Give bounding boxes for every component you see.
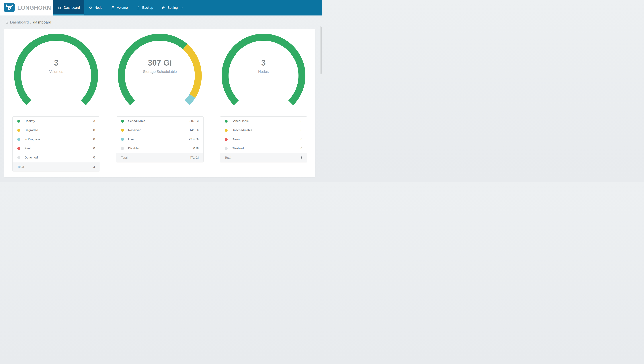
- used-status-dot: [121, 138, 124, 141]
- storage-gauge: 307 Gi Storage Schedulable: [114, 30, 205, 108]
- nav-tab-node[interactable]: Node: [84, 0, 106, 16]
- legend-label: Degraded: [24, 128, 38, 132]
- vertical-scrollbar-thumb[interactable]: [320, 26, 322, 74]
- legend-row-fault: Fault 0: [12, 144, 100, 153]
- volumes-legend-table: Healthy 3 Degraded 0 In Progress 0 Fault…: [12, 116, 100, 172]
- total-value: 3: [93, 165, 95, 169]
- nodes-gauge-arc: [218, 30, 309, 108]
- legend-total-row: Total 3: [12, 162, 100, 171]
- unschedulable-status-dot: [225, 129, 228, 132]
- volumes-gauge-arc: [10, 30, 102, 108]
- dashboard-card: 3 Volumes Healthy 3 Degraded 0 In Progre…: [4, 29, 315, 178]
- breadcrumb-section-link[interactable]: Dashboard: [10, 20, 29, 24]
- nav-tab-dashboard[interactable]: Dashboard: [53, 0, 84, 16]
- legend-row-disabled: Disabled 0 Bi: [116, 144, 203, 153]
- legend-row-disabled: Disabled 0: [220, 144, 307, 153]
- detached-status-dot: [17, 156, 20, 159]
- legend-label: Schedulable: [128, 119, 145, 123]
- legend-label: Detached: [24, 156, 38, 160]
- legend-label: Unschedulable: [232, 128, 252, 132]
- legend-value: 0: [93, 138, 95, 141]
- legend-label: Schedulable: [232, 119, 249, 123]
- longhorn-dashboard-page: { "brand": { "name": "LONGHORN" }, "nav"…: [0, 0, 322, 182]
- nav-tab-label: Volume: [117, 6, 128, 10]
- brand-name: LONGHORN: [17, 4, 51, 11]
- nodes-gauge: 3 Nodes: [218, 30, 309, 108]
- storage-legend-table: Schedulable 307 Gi Reserved 141 Gi Used …: [116, 116, 204, 162]
- nav-tab-backup[interactable]: Backup: [132, 0, 157, 16]
- healthy-status-dot: [17, 120, 20, 122]
- legend-row-used: Used 22.4 Gi: [116, 135, 203, 144]
- legend-value: 0: [300, 147, 302, 150]
- storage-gauge-arc: [114, 30, 205, 108]
- dashboard-icon: [58, 6, 62, 10]
- legend-value: 0: [93, 156, 95, 160]
- total-label: Total: [225, 156, 231, 160]
- legend-value: 3: [93, 119, 95, 123]
- legend-row-healthy: Healthy 3: [12, 116, 100, 126]
- breadcrumb: Dashboard / dashboard: [0, 16, 322, 29]
- legend-label: Disabled: [232, 147, 244, 150]
- legend-row-in-progress: In Progress 0: [12, 135, 100, 144]
- legend-label: Fault: [24, 147, 31, 150]
- backup-icon: [136, 6, 140, 10]
- nav-tab-setting[interactable]: Setting: [157, 0, 187, 16]
- legend-label: Used: [128, 138, 136, 141]
- nav-tab-volume[interactable]: Volume: [106, 0, 132, 16]
- storage-column: 307 Gi Storage Schedulable Schedulable 3…: [108, 29, 212, 178]
- nav-tab-label: Setting: [168, 6, 178, 10]
- schedulable-status-dot: [121, 120, 124, 122]
- nav-tab-label: Backup: [142, 6, 153, 10]
- fault-status-dot: [17, 147, 20, 150]
- legend-row-unschedulable: Unschedulable 0: [220, 126, 307, 135]
- legend-row-reserved: Reserved 141 Gi: [116, 126, 203, 135]
- legend-label: Reserved: [128, 128, 142, 132]
- legend-label: In Progress: [24, 138, 40, 141]
- degraded-status-dot: [17, 129, 20, 132]
- total-label: Total: [17, 165, 24, 169]
- volumes-gauge: 3 Volumes: [10, 30, 102, 108]
- legend-value: 3: [300, 119, 302, 123]
- setting-icon: [162, 6, 166, 10]
- legend-label: Healthy: [24, 119, 35, 123]
- longhorn-logo-icon: [4, 3, 14, 13]
- legend-total-row: Total 471 Gi: [116, 153, 203, 162]
- legend-row-schedulable: Schedulable 307 Gi: [116, 116, 203, 126]
- nodes-column: 3 Nodes Schedulable 3 Unschedulable 0 Do…: [212, 29, 315, 178]
- reserved-status-dot: [121, 129, 124, 132]
- legend-value: 22.4 Gi: [188, 138, 199, 141]
- down-status-dot: [225, 138, 228, 141]
- legend-value: 141 Gi: [190, 128, 199, 132]
- disabled-status-dot: [225, 147, 228, 150]
- main-nav: Dashboard Node: [53, 0, 187, 16]
- legend-value: 307 Gi: [190, 119, 199, 123]
- legend-row-detached: Detached 0: [12, 153, 100, 162]
- in-progress-status-dot: [17, 138, 20, 141]
- legend-row-down: Down 0: [220, 135, 307, 144]
- chevron-down-icon: [180, 6, 183, 9]
- breadcrumb-separator: /: [30, 20, 32, 24]
- schedulable-status-dot: [225, 120, 228, 122]
- legend-label: Down: [232, 138, 240, 141]
- total-value: 471 Gi: [190, 156, 199, 160]
- breadcrumb-current-page: dashboard: [33, 20, 51, 24]
- legend-value: 0: [93, 147, 95, 150]
- legend-row-degraded: Degraded 0: [12, 126, 100, 135]
- logo-link[interactable]: LONGHORN: [0, 0, 53, 16]
- nav-tab-label: Dashboard: [64, 6, 80, 10]
- legend-value: 0: [93, 128, 95, 132]
- legend-value: 0: [300, 128, 302, 132]
- legend-total-row: Total 3: [220, 153, 307, 162]
- legend-row-schedulable: Schedulable 3: [220, 116, 307, 126]
- nodes-legend-table: Schedulable 3 Unschedulable 0 Down 0 Dis…: [220, 116, 307, 162]
- legend-value: 0: [300, 138, 302, 141]
- volume-icon: [111, 6, 115, 10]
- total-label: Total: [121, 156, 128, 160]
- top-header: LONGHORN Dashboard Node: [0, 0, 322, 16]
- dashboard-breadcrumb-icon: [6, 20, 9, 24]
- nav-tab-label: Node: [94, 6, 102, 10]
- volumes-column: 3 Volumes Healthy 3 Degraded 0 In Progre…: [4, 29, 108, 178]
- total-value: 3: [300, 156, 302, 160]
- legend-label: Disabled: [128, 147, 140, 150]
- disabled-status-dot: [121, 147, 124, 150]
